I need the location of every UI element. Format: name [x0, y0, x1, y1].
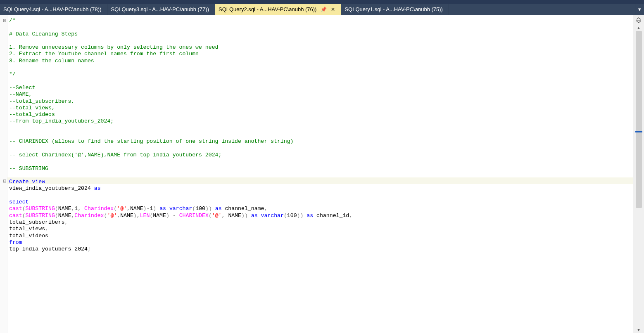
comment-text: 3. Rename the column names	[9, 58, 94, 64]
scroll-position-marker	[635, 131, 642, 132]
token: ))	[241, 213, 248, 219]
token: as	[251, 213, 258, 219]
comment-text: # Data Cleaning Steps	[9, 31, 78, 37]
chevron-down-icon: ▾	[638, 6, 641, 12]
comment-text: --Select	[9, 85, 35, 91]
token: ,	[349, 213, 352, 219]
token: SUBSTRING	[26, 205, 55, 212]
scroll-up-button[interactable]: ▴	[635, 24, 642, 31]
split-view-button[interactable]	[635, 17, 642, 24]
code-line	[9, 24, 632, 31]
code-line: select	[9, 199, 632, 205]
comment-text: --from top_india_youtubers_2024;	[9, 118, 114, 124]
editor-right-rail: ▴ ▾	[633, 15, 644, 333]
code-line	[9, 132, 632, 138]
editor-gutter: ⊟ ⊟	[0, 15, 7, 333]
scroll-down-button[interactable]: ▾	[635, 326, 642, 333]
token: total_views	[9, 226, 45, 232]
sql-editor[interactable]: /* # Data Cleaning Steps 1. Remove unnec…	[7, 15, 633, 333]
code-line: */	[9, 71, 632, 78]
token: Create	[9, 179, 29, 185]
token: )-	[143, 205, 150, 212]
window-top-accent	[0, 0, 644, 4]
token	[156, 205, 159, 212]
code-line: -- select Charindex('@',NAME),NAME from …	[9, 152, 632, 158]
code-line	[9, 78, 632, 85]
token: as	[94, 185, 101, 191]
code-line: # Data Cleaning Steps	[9, 31, 632, 38]
vertical-scrollbar[interactable]: ▴ ▾	[635, 24, 642, 333]
token: as	[159, 205, 166, 212]
code-line: total_views,	[9, 226, 632, 232]
code-line	[9, 172, 632, 179]
comment-text: --total_subscribers,	[9, 98, 74, 104]
token: view_india_youtubers_2024	[9, 185, 94, 191]
token: NAME	[58, 205, 71, 212]
token: ,	[45, 226, 48, 232]
token: Charindex	[84, 205, 114, 212]
token: ,	[264, 205, 267, 212]
code-line	[9, 158, 632, 165]
pin-icon[interactable]: 📌	[321, 7, 327, 12]
comment-text: -- select Charindex('@',NAME),NAME from …	[9, 152, 221, 158]
token: select	[9, 199, 29, 205]
fold-toggle-icon[interactable]: ⊟	[3, 17, 6, 24]
document-tab[interactable]: SQLQuery3.sql - A...HAV-PC\anubh (77))	[107, 4, 215, 15]
triangle-up-icon: ▴	[637, 25, 640, 31]
document-tab-active[interactable]: SQLQuery2.sql - A...HAV-PC\anubh (76))📌✕	[215, 4, 341, 15]
token: '@'	[107, 213, 117, 219]
token: ,	[117, 213, 120, 219]
code-line: --from top_india_youtubers_2024;	[9, 118, 632, 125]
code-line: cast(SUBSTRING(NAME,Charindex('@',NAME),…	[9, 213, 632, 219]
token: SUBSTRING	[26, 213, 55, 219]
code-line: total_subscribers,	[9, 219, 632, 226]
token: ),	[133, 213, 140, 219]
token: from	[9, 239, 22, 246]
code-line: Create view	[9, 179, 632, 185]
token: NAME	[120, 213, 133, 219]
token: NAME	[58, 213, 71, 219]
token: channel_id	[313, 213, 349, 219]
token: varchar	[169, 205, 192, 212]
document-tab[interactable]: SQLQuery1.sql - A...HAV-PC\anubh (75))	[341, 4, 449, 15]
token: LEN	[140, 213, 150, 219]
comment-text: */	[9, 71, 16, 77]
tab-label: SQLQuery2.sql - A...HAV-PC\anubh (76))	[219, 6, 316, 12]
close-icon[interactable]: ✕	[331, 7, 335, 12]
token: as	[307, 213, 313, 219]
comment-text: 2. Extract the Youtube channel names fro…	[9, 51, 199, 57]
token: ))	[205, 205, 212, 212]
scroll-track[interactable]	[635, 31, 642, 326]
comment-text: 1. Remove unnecessary columns by only se…	[9, 44, 218, 50]
token: (	[22, 205, 26, 212]
token: CHARINDEX	[179, 213, 209, 219]
code-line: top_india_youtubers_2024;	[9, 246, 632, 253]
token: ,	[65, 219, 68, 225]
tabbar-overflow-button[interactable]: ▾	[635, 4, 644, 15]
fold-toggle-icon[interactable]: ⊟	[3, 178, 6, 184]
token	[258, 213, 261, 219]
token: NAME	[153, 213, 166, 219]
code-line: --total_subscribers,	[9, 98, 632, 105]
code-line: from	[9, 239, 632, 246]
token: channel_name	[222, 205, 264, 212]
token: 100	[195, 205, 205, 212]
code-line: --NAME,	[9, 91, 632, 98]
token: -	[173, 213, 176, 219]
code-line: 3. Rename the column names	[9, 58, 632, 64]
token: cast	[9, 205, 22, 212]
code-line: --Select	[9, 85, 632, 91]
code-line: /*	[9, 17, 632, 24]
code-line	[9, 64, 632, 71]
document-tab[interactable]: SQLQuery4.sql - A...HAV-PC\anubh (78))	[0, 4, 107, 15]
comment-text: --NAME,	[9, 91, 32, 97]
token: varchar	[261, 213, 284, 219]
comment-text: -- CHARINDEX (allows to find the startin…	[9, 138, 294, 144]
code-line	[9, 38, 632, 44]
code-line	[9, 145, 632, 152]
token: (	[284, 213, 287, 219]
editor-workspace: ⊟ ⊟ /* # Data Cleaning Steps 1. Remove u…	[0, 15, 644, 333]
scroll-thumb[interactable]	[636, 31, 642, 208]
token: Charindex	[74, 213, 104, 219]
token: ;	[88, 246, 91, 252]
